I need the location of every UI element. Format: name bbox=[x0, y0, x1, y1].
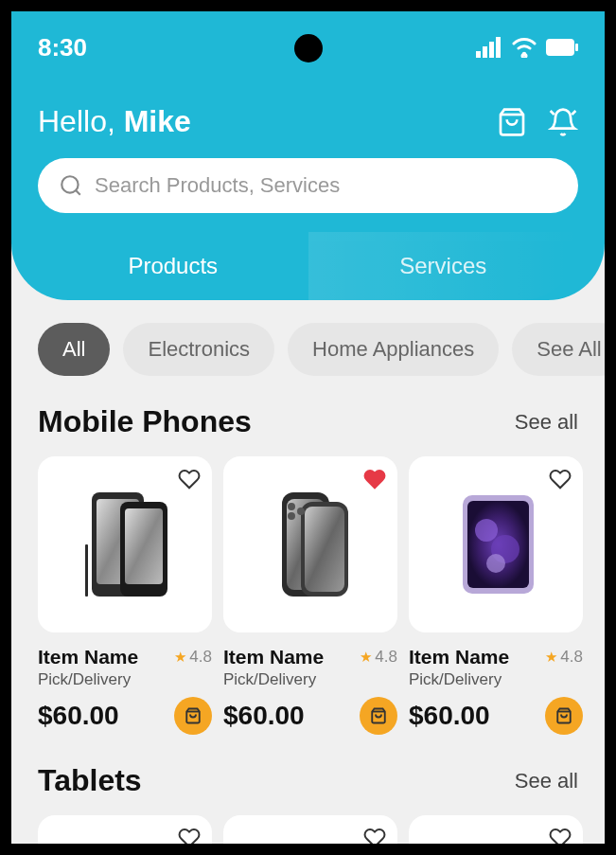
svg-rect-6 bbox=[575, 44, 578, 51]
product-card[interactable]: Item Name ★4.8 Pick/Delivery $60.00 bbox=[38, 456, 212, 735]
products-row-tablets[interactable] bbox=[38, 815, 605, 844]
battery-icon bbox=[546, 39, 578, 56]
product-image-box bbox=[38, 456, 212, 632]
see-all-mobile-phones[interactable]: See all bbox=[515, 410, 578, 435]
product-image-box bbox=[409, 815, 583, 844]
phone-frame: 8:30 Hello, Mike bbox=[0, 0, 616, 855]
see-all-tablets[interactable]: See all bbox=[515, 769, 578, 793]
svg-rect-1 bbox=[483, 46, 487, 58]
svg-rect-0 bbox=[476, 51, 481, 58]
product-info: Item Name ★4.8 Pick/Delivery $60.00 bbox=[223, 646, 397, 735]
status-icons bbox=[476, 37, 578, 58]
bag-icon bbox=[185, 707, 202, 724]
product-price: $60.00 bbox=[38, 701, 119, 731]
svg-rect-19 bbox=[305, 507, 344, 592]
status-time: 8:30 bbox=[38, 33, 87, 62]
svg-rect-5 bbox=[546, 39, 574, 56]
svg-rect-2 bbox=[489, 42, 494, 58]
svg-point-20 bbox=[288, 503, 295, 510]
star-icon: ★ bbox=[360, 649, 372, 666]
svg-point-21 bbox=[288, 512, 295, 520]
search-icon bbox=[59, 173, 83, 198]
add-to-cart-button[interactable] bbox=[174, 697, 212, 735]
heart-icon-filled[interactable] bbox=[363, 468, 386, 490]
chip-home-appliances[interactable]: Home Appliances bbox=[288, 323, 499, 376]
product-info: Item Name ★4.8 Pick/Delivery $60.00 bbox=[38, 646, 212, 735]
category-chips: All Electronics Home Appliances See All bbox=[38, 323, 605, 376]
heart-icon[interactable] bbox=[178, 827, 201, 844]
product-delivery: Pick/Delivery bbox=[223, 670, 397, 689]
svg-rect-3 bbox=[496, 37, 501, 58]
product-card[interactable]: Item Name ★4.8 Pick/Delivery $60.00 bbox=[409, 456, 583, 735]
search-bar[interactable] bbox=[38, 158, 578, 213]
header-action-icons bbox=[497, 107, 578, 137]
add-to-cart-button[interactable] bbox=[545, 697, 583, 735]
product-name: Item Name bbox=[38, 646, 138, 668]
tab-products[interactable]: Products bbox=[38, 232, 308, 300]
product-image-box bbox=[223, 456, 397, 632]
product-delivery: Pick/Delivery bbox=[409, 670, 583, 689]
tab-services[interactable]: Services bbox=[308, 232, 579, 300]
svg-line-9 bbox=[76, 190, 80, 195]
product-name: Item Name bbox=[409, 646, 509, 668]
product-rating: ★4.8 bbox=[360, 648, 397, 667]
bag-icon bbox=[555, 707, 572, 724]
add-to-cart-button[interactable] bbox=[360, 697, 397, 735]
product-image-box bbox=[223, 815, 397, 844]
chip-see-all[interactable]: See All bbox=[512, 323, 605, 376]
product-rating: ★4.8 bbox=[545, 648, 583, 667]
section-title-mobile-phones: Mobile Phones bbox=[38, 404, 252, 439]
svg-rect-14 bbox=[85, 544, 88, 597]
chip-all[interactable]: All bbox=[38, 323, 110, 376]
product-image-box bbox=[409, 456, 583, 632]
bag-icon bbox=[370, 707, 387, 724]
product-card[interactable] bbox=[38, 815, 212, 844]
product-price: $60.00 bbox=[223, 701, 305, 731]
search-input[interactable] bbox=[95, 173, 557, 198]
bell-icon[interactable] bbox=[548, 107, 578, 137]
wifi-icon bbox=[512, 37, 537, 58]
heart-icon[interactable] bbox=[549, 468, 572, 490]
camera-notch bbox=[294, 34, 323, 62]
svg-rect-13 bbox=[125, 508, 163, 584]
section-header-mobile-phones: Mobile Phones See all bbox=[38, 404, 605, 439]
signal-icon bbox=[476, 37, 502, 58]
svg-point-8 bbox=[62, 176, 78, 192]
greeting-name: Mike bbox=[124, 104, 191, 138]
app-screen: 8:30 Hello, Mike bbox=[11, 11, 605, 844]
product-card[interactable] bbox=[223, 815, 397, 844]
product-card[interactable] bbox=[409, 815, 583, 844]
phone-illustration-icon bbox=[78, 488, 172, 601]
tabs-row: Products Services bbox=[38, 232, 578, 300]
star-icon: ★ bbox=[174, 649, 186, 666]
heart-icon[interactable] bbox=[178, 468, 201, 490]
product-card[interactable]: Item Name ★4.8 Pick/Delivery $60.00 bbox=[223, 456, 397, 735]
product-price: $60.00 bbox=[409, 701, 490, 731]
svg-point-28 bbox=[486, 554, 505, 573]
svg-point-22 bbox=[297, 508, 305, 515]
product-image-box bbox=[38, 815, 212, 844]
tablet-illustration-icon bbox=[449, 488, 543, 601]
greeting-prefix: Hello, bbox=[38, 104, 124, 138]
svg-point-26 bbox=[475, 519, 498, 542]
product-name: Item Name bbox=[223, 646, 324, 668]
greeting-row: Hello, Mike bbox=[38, 104, 578, 139]
star-icon: ★ bbox=[545, 649, 557, 666]
product-info: Item Name ★4.8 Pick/Delivery $60.00 bbox=[409, 646, 583, 735]
section-header-tablets: Tablets See all bbox=[38, 763, 605, 798]
chip-electronics[interactable]: Electronics bbox=[123, 323, 274, 376]
shopping-bag-icon[interactable] bbox=[497, 107, 527, 137]
products-row-mobile-phones[interactable]: Item Name ★4.8 Pick/Delivery $60.00 bbox=[38, 456, 605, 735]
product-delivery: Pick/Delivery bbox=[38, 670, 212, 689]
phone-illustration-icon bbox=[263, 488, 358, 601]
product-rating: ★4.8 bbox=[174, 648, 212, 667]
section-title-tablets: Tablets bbox=[38, 763, 142, 798]
greeting-text: Hello, Mike bbox=[38, 104, 191, 139]
svg-point-4 bbox=[522, 52, 526, 56]
heart-icon[interactable] bbox=[363, 827, 386, 844]
main-content: All Electronics Home Appliances See All … bbox=[11, 300, 605, 844]
heart-icon[interactable] bbox=[549, 827, 572, 844]
